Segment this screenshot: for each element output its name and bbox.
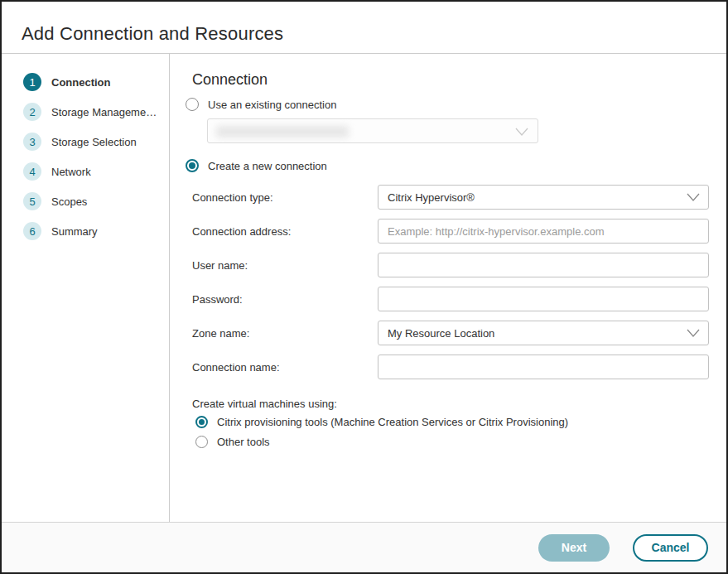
radio-label: Citrix provisioning tools (Machine Creat… [217,416,568,428]
next-button[interactable]: Next [538,534,610,562]
zone-name-select[interactable]: My Resource Location [378,321,709,345]
form-row: User name: [192,253,709,277]
form-row: Password: [192,287,709,311]
connection-address-input[interactable] [378,219,709,244]
step-network[interactable]: 4 Network [2,157,169,186]
create-vm-using-label: Create virtual machines using: [192,398,337,410]
connection-form-panel: Connection Use an existing connection Cr… [171,54,726,522]
radio-circle-icon [195,416,208,428]
step-label: Network [51,166,91,178]
step-scopes[interactable]: 5 Scopes [2,186,169,216]
dialog-title: Add Connection and Resources [22,23,283,45]
form-row: Zone name: My Resource Location [192,321,709,345]
radio-circle-icon [186,98,199,111]
redacted-text-blur [216,126,349,137]
section-heading: Connection [192,71,268,89]
step-number-badge: 1 [23,73,41,91]
citrix-provisioning-tools-radio[interactable]: Citrix provisioning tools (Machine Creat… [195,416,568,428]
step-summary[interactable]: 6 Summary [2,216,169,246]
chevron-down-icon [515,126,528,137]
dialog-footer: Next Cancel [2,522,726,572]
step-number-badge: 3 [23,133,41,151]
step-storage-selection[interactable]: 3 Storage Selection [2,127,169,157]
use-existing-connection-radio[interactable]: Use an existing connection [186,98,336,111]
chevron-down-icon [687,191,700,203]
form-row: Connection type: Citrix Hypervisor® [192,185,709,210]
selected-value: My Resource Location [388,327,494,340]
step-number-badge: 5 [23,192,41,210]
wizard-steps-sidebar: 1 Connection 2 Storage Manageme… 3 Stora… [2,54,170,522]
step-label: Summary [51,225,98,238]
step-label: Storage Selection [51,136,137,148]
add-connection-dialog: Add Connection and Resources 1 Connectio… [0,0,728,574]
radio-label: Use an existing connection [208,99,336,111]
step-number-badge: 4 [23,162,41,181]
chevron-down-icon [687,327,700,339]
other-tools-radio[interactable]: Other tools [195,436,270,448]
password-label: Password: [192,293,378,306]
step-label: Storage Manageme… [51,106,157,118]
connection-name-label: Connection name: [192,361,378,374]
connection-type-select[interactable]: Citrix Hypervisor® [378,185,709,210]
form-row: Connection name: [192,355,709,379]
step-label: Connection [51,76,111,89]
username-input[interactable] [378,253,709,277]
username-label: User name: [192,259,378,272]
cancel-button[interactable]: Cancel [633,534,708,562]
step-number-badge: 2 [23,103,41,121]
step-label: Scopes [51,195,87,208]
step-storage-management[interactable]: 2 Storage Manageme… [2,97,169,127]
password-input[interactable] [378,287,709,311]
connection-address-label: Connection address: [192,225,378,238]
radio-label: Other tools [217,436,270,448]
radio-label: Create a new connection [208,160,327,172]
selected-value: Citrix Hypervisor® [388,191,475,204]
connection-name-input[interactable] [378,355,709,379]
step-connection[interactable]: 1 Connection [2,67,169,97]
form-row: Connection address: [192,219,709,244]
zone-name-label: Zone name: [192,327,378,340]
step-number-badge: 6 [23,222,41,240]
radio-circle-icon [186,159,199,172]
radio-circle-icon [195,436,208,448]
connection-type-label: Connection type: [192,191,378,204]
connection-form: Connection type: Citrix Hypervisor® Conn… [192,185,709,388]
existing-connection-select[interactable] [207,118,538,143]
create-new-connection-radio[interactable]: Create a new connection [186,159,327,172]
